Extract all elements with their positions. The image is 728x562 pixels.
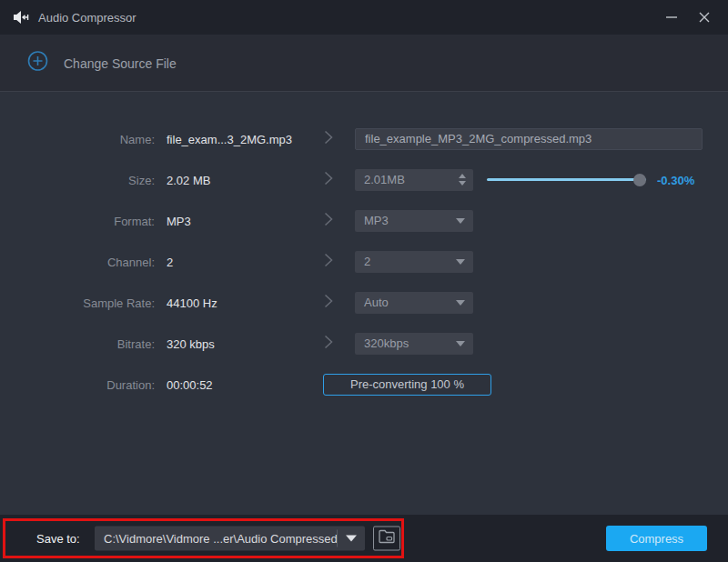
browse-folder-button[interactable] bbox=[373, 527, 400, 551]
bitrate-current-value: 320 kbps bbox=[167, 336, 215, 350]
change-source-file-label: Change Source File bbox=[64, 55, 177, 70]
duration-label: Duration: bbox=[0, 377, 155, 391]
row-size: Size: 2.02 MB -0.30% bbox=[0, 159, 728, 200]
spinner-down-icon[interactable] bbox=[459, 181, 466, 186]
compression-percent: -0.30% bbox=[657, 173, 694, 186]
slider-track[interactable] bbox=[487, 178, 646, 181]
sample-rate-dropdown-value: Auto bbox=[355, 296, 456, 309]
name-label: Name: bbox=[0, 132, 155, 146]
close-button[interactable] bbox=[688, 0, 721, 35]
row-sample-rate: Sample Rate: 44100 Hz Auto bbox=[0, 282, 728, 323]
bitrate-label: Bitrate: bbox=[0, 336, 155, 350]
slider-thumb[interactable] bbox=[633, 174, 646, 186]
chevron-down-icon bbox=[456, 218, 465, 224]
chevron-down-icon bbox=[346, 536, 357, 542]
channel-dropdown[interactable]: 2 bbox=[355, 251, 473, 273]
speaker-compress-icon bbox=[13, 10, 29, 25]
row-duration: Duration: 00:00:52 Pre-converting 100 % bbox=[0, 364, 728, 405]
name-current-value: file_exam...3_2MG.mp3 bbox=[167, 132, 292, 146]
format-dropdown-value: MP3 bbox=[355, 214, 456, 227]
chevron-right-icon bbox=[324, 212, 333, 230]
row-name: Name: file_exam...3_2MG.mp3 bbox=[0, 118, 728, 159]
row-bitrate: Bitrate: 320 kbps 320kbps bbox=[0, 323, 728, 364]
chevron-right-icon bbox=[324, 171, 333, 189]
settings-panel: Name: file_exam...3_2MG.mp3 Size: 2.02 M… bbox=[0, 92, 728, 515]
chevron-right-icon bbox=[324, 130, 333, 148]
save-to-label: Save to: bbox=[36, 532, 80, 546]
bitrate-dropdown[interactable]: 320kbps bbox=[355, 333, 473, 355]
audio-compressor-window: { "window": { "title": "Audio Compressor… bbox=[0, 0, 728, 562]
size-current-value: 2.02 MB bbox=[167, 173, 210, 186]
chevron-down-icon bbox=[456, 259, 465, 265]
compress-button[interactable]: Compress bbox=[606, 526, 707, 551]
chevron-right-icon bbox=[324, 335, 333, 353]
window-title: Audio Compressor bbox=[38, 11, 136, 25]
source-header: Change Source File bbox=[0, 35, 728, 92]
format-current-value: MP3 bbox=[167, 214, 191, 227]
output-name-input[interactable] bbox=[355, 128, 703, 150]
plus-circle-icon bbox=[27, 51, 48, 75]
bottom-bar: Save to: C:\Vidmore\Vidmore ...er\Audio … bbox=[0, 515, 728, 562]
spinner-up-icon[interactable] bbox=[459, 174, 466, 178]
row-channel: Channel: 2 2 bbox=[0, 241, 728, 282]
save-path-dropdown-button[interactable] bbox=[338, 536, 365, 542]
title-bar: Audio Compressor bbox=[0, 0, 728, 35]
duration-current-value: 00:00:52 bbox=[167, 377, 213, 391]
format-dropdown[interactable]: MP3 bbox=[355, 210, 473, 232]
save-path-value[interactable]: C:\Vidmore\Vidmore ...er\Audio Compresse… bbox=[95, 532, 337, 546]
minimize-button[interactable] bbox=[655, 0, 688, 35]
size-spinbox-input[interactable] bbox=[355, 173, 473, 186]
row-format: Format: MP3 MP3 bbox=[0, 200, 728, 241]
size-slider[interactable] bbox=[487, 174, 646, 186]
pre-converting-button[interactable]: Pre-converting 100 % bbox=[323, 374, 491, 396]
channel-label: Channel: bbox=[0, 255, 155, 268]
chevron-down-icon bbox=[456, 300, 465, 306]
save-path-combobox[interactable]: C:\Vidmore\Vidmore ...er\Audio Compresse… bbox=[95, 527, 365, 551]
size-spinner-arrows[interactable] bbox=[459, 169, 466, 191]
chevron-right-icon bbox=[324, 253, 333, 271]
chevron-right-icon bbox=[324, 294, 333, 312]
size-label: Size: bbox=[0, 173, 155, 186]
chevron-down-icon bbox=[456, 341, 465, 346]
channel-dropdown-value: 2 bbox=[355, 255, 456, 268]
window-controls bbox=[655, 0, 721, 35]
format-label: Format: bbox=[0, 214, 155, 227]
size-spinbox[interactable] bbox=[355, 169, 473, 191]
sample-rate-dropdown[interactable]: Auto bbox=[355, 292, 473, 314]
sample-rate-current-value: 44100 Hz bbox=[167, 296, 217, 309]
channel-current-value: 2 bbox=[167, 255, 173, 268]
change-source-file-button[interactable]: Change Source File bbox=[27, 51, 177, 75]
folder-icon bbox=[378, 529, 396, 548]
bitrate-dropdown-value: 320kbps bbox=[355, 336, 456, 350]
sample-rate-label: Sample Rate: bbox=[0, 296, 155, 309]
